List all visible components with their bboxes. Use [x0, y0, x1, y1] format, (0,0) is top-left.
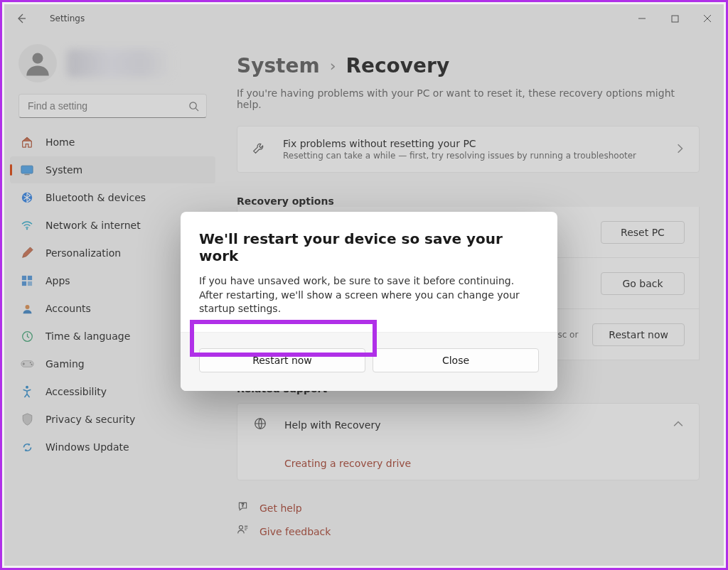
- dialog-close-button[interactable]: Close: [373, 348, 539, 372]
- dialog-title: We'll restart your device so save your w…: [199, 230, 539, 264]
- dialog-restart-now-button[interactable]: Restart now: [199, 348, 365, 372]
- restart-confirm-dialog: We'll restart your device so save your w…: [181, 212, 557, 391]
- dialog-text: If you have unsaved work, be sure to sav…: [199, 274, 539, 316]
